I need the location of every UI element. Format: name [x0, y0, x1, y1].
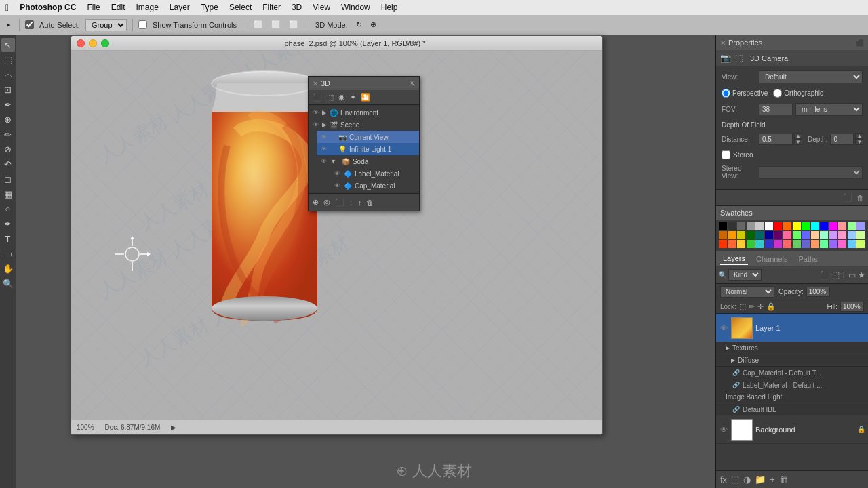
- distance-down[interactable]: ▼: [794, 139, 802, 145]
- 3d-foot-icon1[interactable]: ⊕: [311, 197, 320, 208]
- swatch-color[interactable]: [737, 240, 745, 248]
- swatch-color[interactable]: [829, 231, 837, 239]
- opacity-input[interactable]: [806, 287, 830, 297]
- props-foot-icon1[interactable]: ⬛: [843, 193, 852, 202]
- lasso-tool[interactable]: ⌓: [1, 68, 15, 81]
- swatch-color[interactable]: [765, 240, 773, 248]
- 3d-foot-icon3[interactable]: ⬛: [334, 197, 346, 208]
- default-ibl-item[interactable]: 🔗 Default IBL: [716, 403, 868, 415]
- swatch-color[interactable]: [737, 231, 745, 239]
- bg-visibility[interactable]: 👁: [719, 425, 728, 434]
- align-right-icon[interactable]: ⬜: [286, 19, 301, 30]
- swatch-color[interactable]: [755, 231, 764, 239]
- 3d-rotate-icon[interactable]: ↻: [353, 19, 365, 30]
- healing-tool[interactable]: ⊕: [1, 113, 15, 126]
- p3d-mat-icon[interactable]: ◉: [337, 92, 347, 103]
- layer-adj-icon[interactable]: ◑: [743, 474, 751, 485]
- tab-paths[interactable]: Paths: [796, 253, 821, 264]
- swatch-color[interactable]: [783, 222, 791, 230]
- props-foot-icon2[interactable]: 🗑: [856, 194, 864, 202]
- align-left-icon[interactable]: ⬜: [251, 19, 266, 30]
- swatch-color[interactable]: [719, 240, 727, 248]
- swatch-color[interactable]: [728, 222, 736, 230]
- perspective-radio[interactable]: Perspective: [722, 89, 768, 98]
- move-tool[interactable]: ↖: [1, 38, 15, 52]
- eye-cap-mat[interactable]: 👁: [333, 182, 341, 189]
- 3d-item-scene[interactable]: 👁 ▶ 🎬 Scene: [309, 119, 419, 131]
- swatch-color[interactable]: [811, 222, 819, 230]
- shape-tool[interactable]: ▭: [1, 247, 15, 260]
- tool-arrow[interactable]: ▸: [4, 19, 14, 30]
- fill-input[interactable]: [840, 302, 864, 312]
- 3d-foot-icon5[interactable]: ↑: [357, 197, 363, 208]
- kind-select[interactable]: Kind: [728, 269, 762, 281]
- minimize-button[interactable]: [89, 39, 97, 47]
- stereo-checkbox[interactable]: [722, 150, 730, 159]
- swatch-color[interactable]: [765, 231, 773, 239]
- swatch-color[interactable]: [747, 240, 755, 248]
- swatch-color[interactable]: [820, 222, 828, 230]
- filter-pixel-icon[interactable]: ⬛: [820, 270, 830, 280]
- depth-up[interactable]: ▲: [855, 133, 863, 139]
- p3d-cam-icon[interactable]: 🎦: [359, 92, 372, 103]
- swatch-color[interactable]: [802, 231, 810, 239]
- 3d-foot-icon2[interactable]: ◎: [322, 197, 332, 208]
- swatch-color[interactable]: [802, 240, 810, 248]
- view-select[interactable]: Default Top Left: [759, 70, 863, 83]
- ibl-section[interactable]: Image Based Light: [716, 391, 868, 403]
- blend-mode-select[interactable]: Normal Multiply Screen: [720, 286, 774, 298]
- swatch-color[interactable]: [719, 222, 727, 230]
- layer-background[interactable]: 👁 Background 🔒: [716, 415, 868, 444]
- menu-window[interactable]: Window: [341, 3, 370, 12]
- layer-folder-icon[interactable]: 📁: [755, 474, 766, 485]
- history-tool[interactable]: ↶: [1, 157, 15, 171]
- filter-shape-icon[interactable]: ▭: [848, 270, 856, 280]
- swatch-color[interactable]: [728, 231, 736, 239]
- eye-view[interactable]: 👁: [319, 134, 328, 140]
- swatch-color[interactable]: [811, 240, 819, 248]
- swatch-color[interactable]: [774, 222, 782, 230]
- 3d-item-light[interactable]: 👁 💡 Infinite Light 1: [317, 143, 419, 155]
- swatch-color[interactable]: [838, 222, 846, 230]
- distance-up[interactable]: ▲: [794, 133, 802, 139]
- layer-delete-icon[interactable]: 🗑: [779, 474, 788, 485]
- swatch-color[interactable]: [856, 231, 865, 239]
- eraser-tool[interactable]: ◻: [1, 172, 15, 186]
- filter-smart-icon[interactable]: ★: [858, 270, 865, 280]
- props-stereo-row[interactable]: Stereo: [722, 150, 863, 159]
- menu-layer[interactable]: Layer: [170, 3, 190, 12]
- menu-view[interactable]: View: [313, 3, 330, 12]
- p3d-scene-icon[interactable]: ⬛: [311, 92, 323, 103]
- lock-move-icon[interactable]: ✛: [757, 302, 764, 311]
- swatch-color[interactable]: [737, 222, 745, 230]
- swatch-color[interactable]: [755, 222, 764, 230]
- mm-select[interactable]: mm lens: [795, 103, 863, 116]
- gradient-tool[interactable]: ▦: [1, 187, 15, 201]
- 3d-item-soda[interactable]: 👁 ▼ 📦 Soda: [317, 155, 419, 167]
- cap-material-item[interactable]: 🔗 Cap_Material - Default T...: [716, 367, 868, 379]
- dodge-tool[interactable]: ○: [1, 202, 15, 216]
- eye-soda[interactable]: 👁: [319, 158, 328, 165]
- 3d-item-current-view[interactable]: 👁 📷 Current View: [317, 131, 419, 143]
- swatch-color[interactable]: [755, 240, 764, 248]
- layer-new-icon[interactable]: +: [770, 474, 775, 485]
- distance-input[interactable]: [759, 134, 793, 145]
- 3d-pan-icon[interactable]: ⊕: [368, 19, 379, 30]
- eye-scene[interactable]: 👁: [311, 121, 319, 128]
- label-material-item[interactable]: 🔗 Label_Material - Default ...: [716, 379, 868, 391]
- menu-type[interactable]: Type: [201, 3, 218, 12]
- stereo-view-select[interactable]: [759, 166, 863, 179]
- swatch-color[interactable]: [856, 240, 865, 248]
- menu-image[interactable]: Image: [136, 3, 158, 12]
- transform-checkbox[interactable]: [138, 20, 147, 29]
- swatch-color[interactable]: [811, 231, 819, 239]
- swatch-color[interactable]: [820, 231, 828, 239]
- swatch-color[interactable]: [783, 231, 791, 239]
- depth-input[interactable]: [830, 134, 854, 145]
- zoom-tool[interactable]: 🔍: [1, 277, 15, 290]
- menu-edit[interactable]: Edit: [111, 3, 125, 12]
- panel-3d-close[interactable]: ✕: [313, 80, 318, 87]
- swatch-color[interactable]: [820, 240, 828, 248]
- 3d-item-label-mat[interactable]: 👁 🔷 Label_Material: [309, 167, 419, 180]
- lock-paint-icon[interactable]: ✏: [749, 302, 755, 311]
